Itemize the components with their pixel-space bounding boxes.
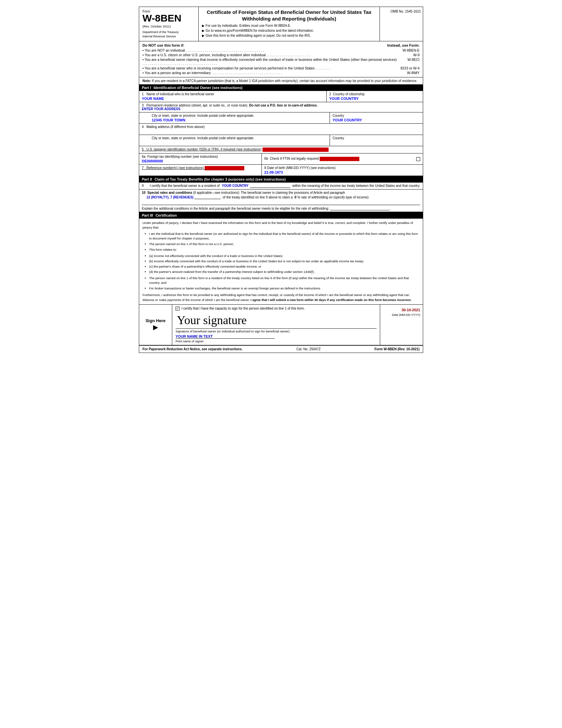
footer-left: For Paperwork Reduction Act Notice, see … (143, 347, 243, 351)
field2-label: 2 Country of citizenship (329, 92, 420, 96)
field7-redacted (205, 166, 244, 170)
form-name-box: Form W-8BEN (Rev. October 2021) Departme… (139, 7, 199, 41)
center-header: Certificate of Foreign Status of Benefic… (199, 7, 380, 41)
part2-section: 9 I certify that the beneficial owner is… (139, 182, 423, 212)
cert-bullet-broker: For broker transactions or barter exchan… (149, 286, 419, 291)
form-ref-3: W-8ECI (397, 57, 419, 66)
do-not-use-text-3: • You are a beneficial owner claiming th… (143, 57, 397, 66)
part3-header: Part III Certification (139, 212, 423, 218)
cert-sub-bullet-b: (b) income effectively connected with th… (149, 259, 419, 264)
field1-value: YOUR NAME (142, 97, 324, 101)
sign-labels: Signature of beneficial owner (or indivi… (176, 329, 376, 333)
field6b-redacted (320, 157, 359, 161)
part1-row-3-city: City or town, state or province. Include… (139, 112, 423, 124)
part1-row-3-label: 3 Permanent residence address (street, a… (139, 102, 423, 112)
form-ref-5: W-8IMY (397, 70, 419, 75)
checkbox-row: ✓ I certify that I have the capacity to … (176, 307, 376, 311)
sig-label: Signature of beneficial owner (or indivi… (176, 329, 289, 333)
do-not-use-row-4: • You are a beneficial owner who is rece… (143, 66, 419, 70)
field4-city-cell: City or town, state or province. Include… (139, 135, 330, 146)
field3-country-value: YOUR COUNTRY (332, 118, 420, 122)
do-not-use-text-2: • You are a U.S. citizen or other U.S. p… (143, 53, 397, 57)
field4-country-cell: Country (330, 135, 423, 146)
part2-header: Part II Claim of Tax Treaty Benefits (fo… (139, 176, 423, 182)
row9-text2: within the meaning of the income tax tre… (291, 184, 420, 188)
part1-section: 1 Name of individual who is the benefici… (139, 91, 423, 176)
cert-text: Under penalties of perjury, I declare th… (139, 219, 423, 304)
field3-city-value: 12345 YOUR TOWN (152, 118, 327, 122)
cert-bullets-2: The person named on line 1 of this form … (143, 276, 419, 291)
field4-label-cell: 4 Mailing address (if different from abo… (139, 124, 423, 135)
field5-cell: 5 U.S. taxpayer identification number (S… (139, 146, 423, 153)
do-not-use-header: Do NOT use this form if: (143, 43, 185, 47)
part2-row-9: 9 I certify that the beneficial owner is… (139, 183, 423, 190)
field2-cell: 2 Country of citizenship YOUR COUNTRY (326, 91, 423, 102)
row10-rate: 0 (294, 195, 296, 199)
field3-city-label: City or town, state or province. Include… (152, 114, 327, 117)
part3-title: Certification (156, 213, 177, 217)
furthermore-text: Furthermore, I authorize this form to be… (143, 293, 419, 302)
field6b-cell: 6b Check if FTIN not legally required . (262, 153, 423, 164)
row10-text: Special rates and conditions (if applica… (148, 191, 345, 194)
field6a-cell: 6a Foreign tax identifying number (see i… (139, 153, 262, 164)
part1-header: Part I Identification of Beneficial Owne… (139, 85, 423, 91)
signature-line[interactable]: Your signature (176, 312, 376, 329)
rev-date: (Rev. October 2021) (143, 24, 195, 28)
part1-row-1-2: 1 Name of individual who is the benefici… (139, 91, 423, 102)
form-ref-2: W-9 (397, 53, 419, 57)
note-text: If you are resident in a FATCA partner j… (152, 79, 417, 83)
sign-arrow-icon: ▶ (153, 323, 158, 331)
cert-bullets: I am the individual that is the benefici… (143, 232, 419, 252)
row9-value: YOUR COUNTRY (222, 184, 249, 188)
footer-bar: For Paperwork Reduction Act Notice, see … (139, 345, 423, 353)
form-header: Form W-8BEN (Rev. October 2021) Departme… (139, 7, 423, 41)
row10-num: 10 (142, 191, 146, 194)
field4-country-label: Country (332, 136, 420, 140)
part1-row-6: 6a Foreign tax identifying number (see i… (139, 153, 423, 165)
do-not-use-row-3: • You are a beneficial owner claiming th… (143, 57, 419, 66)
form-ref-1: W-8BEN-E (397, 48, 419, 53)
field2-value: YOUR COUNTRY (329, 97, 420, 101)
certify-checkbox[interactable]: ✓ (176, 307, 180, 311)
part2-row-10: 10 Special rates and conditions (if appl… (139, 190, 423, 212)
field6a-value: DE00000000 (142, 159, 259, 163)
cert-sub-bullet-c: (c) the partner's share of a partnership… (149, 264, 419, 269)
cert-sub-bullet-a: (a) income not effectively connected wit… (149, 254, 419, 258)
sign-date-box: 30-10-2021 Date (MM-DD-YYYY) (380, 305, 423, 345)
row10-explain-label: Explain the additional conditions in the… (142, 206, 420, 210)
field3-country-label: Country (332, 114, 420, 117)
date-label: Date (MM-DD-YYYY) (392, 313, 420, 317)
field3-country-cell: Country YOUR COUNTRY (330, 112, 423, 123)
field3-city-cell: City or town, state or province. Include… (139, 112, 330, 123)
field4-city-label: City or town, state or province. Include… (152, 136, 327, 140)
sign-here-box: Sign Here ▶ (139, 305, 172, 345)
print-name-row: YOUR NAME IN TEXT Print name of signer (176, 334, 376, 343)
sign-here-label: Sign Here (146, 318, 166, 323)
field6a-label: 6a Foreign tax identifying number (see i… (142, 155, 259, 158)
cert-sub-bullet-d: (d) the partner's amount realized from t… (149, 270, 419, 274)
part2-label: Part II (142, 177, 152, 181)
field1-label: 1 Name of individual who is the benefici… (142, 92, 324, 96)
part3-label: Part III (142, 213, 153, 217)
cert-sub-bullets: (a) income not effectively connected wit… (143, 254, 419, 275)
print-name-value: YOUR NAME IN TEXT (176, 334, 275, 339)
part1-title: Identification of Beneficial Owner (see … (154, 86, 243, 90)
field7-label: 7 Reference number(s) (see instructions) (142, 166, 259, 170)
footer-cat: Cat. No. 25047Z (296, 347, 320, 351)
omb-box: OMB No. 1545-1621 (380, 7, 423, 41)
do-not-use-row-1: • You are NOT an individual . . . . . . … (143, 48, 419, 53)
checkbox-label: I certify that I have the capacity to si… (182, 307, 305, 310)
do-not-use-table: • You are NOT an individual . . . . . . … (143, 48, 419, 75)
row10-value: 12 (ROYALTY), 7 (REVENUES) (147, 195, 194, 199)
sign-section: Sign Here ▶ ✓ I certify that I have the … (139, 305, 423, 345)
field8-cell: 8 Date of birth (MM-DD-YYYY) (see instru… (262, 165, 423, 176)
footer-form-ref: Form W-8BEN (Rev. 10-2021) (374, 347, 419, 351)
form-number: W-8BEN (143, 13, 195, 23)
part3-header-container: Part III Certification (139, 212, 423, 218)
part1-row-7-8: 7 Reference number(s) (see instructions)… (139, 165, 423, 176)
row9-text: I certify that the beneficial owner is a… (150, 184, 221, 188)
part2-title: Claim of Tax Treaty Benefits (for chapte… (155, 177, 286, 181)
print-name-label: Print name of signer (176, 339, 376, 343)
field3-value: ENTER YOUR ADDRESS (142, 107, 420, 111)
field6b-checkbox[interactable] (416, 157, 420, 161)
